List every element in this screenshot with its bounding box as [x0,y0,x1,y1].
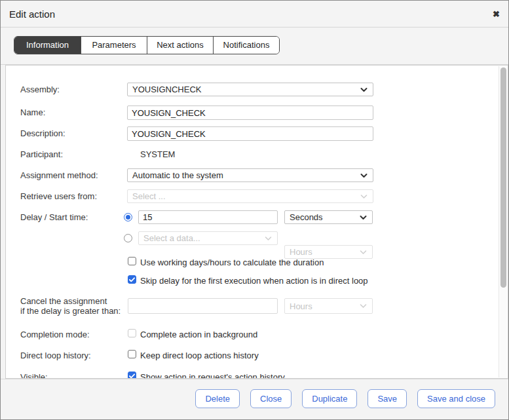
delay-unit-select[interactable]: Seconds [284,210,373,224]
delay-data-unit-value: Hours [290,247,312,257]
direct-loop-history-checkbox-label: Keep direct loop actions history [140,351,259,360]
dialog-footer: Delete Close Duplicate Save Save and clo… [1,379,508,419]
chevron-down-icon [360,194,368,199]
dialog-title: Edit action [9,9,55,20]
close-icon[interactable]: ✖ [493,10,500,18]
save-and-close-button[interactable]: Save and close [417,389,495,408]
delay-data-select: Select a data... [138,231,278,245]
row-cancel-assignment: Cancel the assignment if the delay is gr… [6,296,508,312]
chevron-down-icon [360,87,368,92]
tab-next-actions[interactable]: Next actions [147,37,213,54]
retrieve-users-label: Retrieve users from: [20,191,97,201]
delay-unit-value: Seconds [290,212,323,222]
assignment-method-value: Automatic to the system [132,170,223,180]
tab-strip: Information Parameters Next actions Noti… [1,28,508,65]
visible-label: Visible: [20,372,48,379]
retrieve-users-placeholder: Select ... [132,191,166,201]
chevron-down-icon [360,304,367,309]
retrieve-users-select: Select ... [127,189,373,203]
chevron-down-icon [360,173,368,178]
skip-delay-checkbox[interactable] [128,275,136,284]
delay-data-unit-select: Hours [284,245,373,259]
assembly-value: YOUSIGNCHECK [132,85,201,94]
row-retrieve-users: Retrieve users from: Select ... [6,189,508,203]
delay-start-label: Delay / Start time: [20,212,88,222]
chevron-down-icon [360,215,367,220]
completion-mode-label: Completion mode: [20,330,90,339]
direct-loop-history-checkbox[interactable] [128,350,136,358]
completion-mode-checkbox-label: Complete action in background [140,330,257,339]
chevron-down-icon [265,236,272,240]
close-button[interactable]: Close [250,389,292,408]
working-days-checkbox[interactable] [128,257,136,265]
cancel-assignment-label: Cancel the assignment if the delay is gr… [20,296,121,316]
chevron-down-icon [360,250,367,254]
name-label: Name: [20,107,45,117]
duplicate-button[interactable]: Duplicate [302,389,357,408]
edit-action-dialog: Edit action ✖ Information Parameters Nex… [0,0,509,420]
dialog-header: Edit action ✖ [1,1,508,28]
description-input[interactable] [127,126,373,141]
row-assembly: Assembly: YOUSIGNCHECK [6,83,508,96]
save-button[interactable]: Save [368,389,407,408]
working-days-label: Use working days/hours to calculate the … [140,258,324,267]
data-delay-radio[interactable] [124,234,132,242]
scrollbar-thumb[interactable] [500,67,506,288]
tab-notifications[interactable]: Notifications [213,37,279,54]
visible-checkbox[interactable] [128,372,136,379]
vertical-scrollbar[interactable] [499,66,507,377]
assembly-label: Assembly: [20,85,60,94]
tab-parameters[interactable]: Parameters [81,37,147,54]
check-icon [129,277,135,282]
assignment-method-select[interactable]: Automatic to the system [127,168,373,182]
delete-button[interactable]: Delete [195,389,240,408]
delay-value-input[interactable] [138,210,278,224]
assignment-method-label: Assignment method: [20,170,98,180]
form-panel: Assembly: YOUSIGNCHECK Name: Description… [5,65,508,379]
assembly-select[interactable]: YOUSIGNCHECK [127,83,373,96]
participant-value: SYSTEM [140,149,175,159]
check-icon [129,373,135,379]
visible-checkbox-label: Show action in request's action history [140,372,285,379]
row-assignment-method: Assignment method: Automatic to the syst… [6,168,508,182]
skip-delay-label: Skip delay for the first execution when … [140,276,368,286]
name-input[interactable] [127,105,373,120]
tab-group: Information Parameters Next actions Noti… [14,36,280,54]
direct-loop-history-label: Direct loop history: [20,351,91,360]
cancel-delay-unit-value: Hours [290,301,312,311]
completion-mode-checkbox [128,329,136,337]
fixed-delay-radio[interactable] [124,213,132,221]
cancel-delay-input[interactable] [128,298,278,314]
description-label: Description: [20,128,66,138]
tab-information[interactable]: Information [14,37,81,54]
row-delay-fixed: Delay / Start time: Seconds [6,210,508,224]
cancel-delay-unit-select: Hours [284,298,373,314]
row-delay-data: Select a data... Hours [6,231,508,259]
participant-label: Participant: [20,149,63,159]
delay-data-placeholder: Select a data... [143,233,200,243]
